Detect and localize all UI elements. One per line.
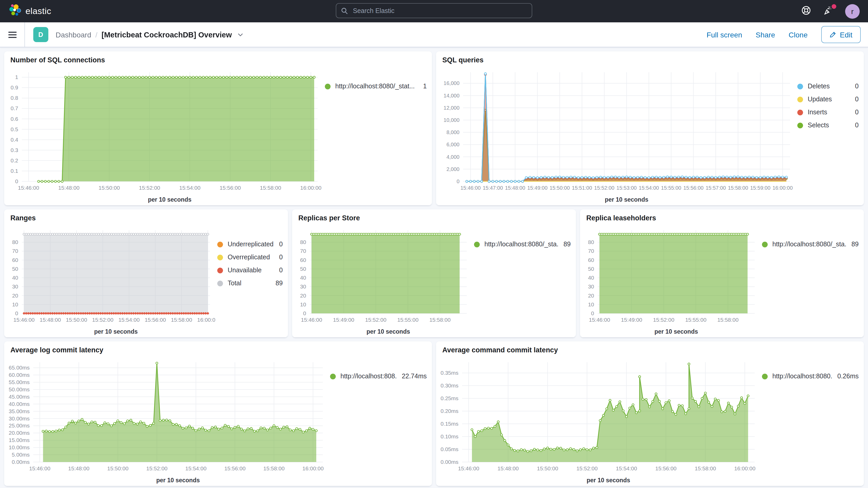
svg-text:55.00ms: 55.00ms xyxy=(8,379,30,385)
svg-text:15:58:00: 15:58:00 xyxy=(728,185,748,191)
svg-text:15:48:00: 15:48:00 xyxy=(505,185,525,191)
nav-bar: D Dashboard / [Metricbeat CockroachDB] O… xyxy=(0,22,868,47)
svg-text:15:48:00: 15:48:00 xyxy=(497,465,519,471)
legend-item[interactable]: Deletes0 xyxy=(797,83,859,90)
legend-item[interactable]: http://localhost:8080/_sta...89 xyxy=(474,241,571,248)
legend-item[interactable]: http://localhost:8080/_stat...1 xyxy=(325,83,427,90)
svg-text:0.2: 0.2 xyxy=(11,157,18,163)
legend-value: 0 xyxy=(850,96,859,103)
svg-text:per 10 seconds: per 10 seconds xyxy=(148,196,191,203)
svg-text:15:55:00: 15:55:00 xyxy=(397,317,418,323)
legend-value: 22.74ms xyxy=(397,373,427,380)
svg-text:15:52:00: 15:52:00 xyxy=(653,317,674,323)
legend-item[interactable]: http://localhost:8080...0.26ms xyxy=(762,373,859,380)
svg-text:0.5: 0.5 xyxy=(11,126,18,132)
legend-item[interactable]: Updates0 xyxy=(797,96,859,103)
timeseries-chart[interactable]: 15:46:0015:48:0015:50:0015:52:0015:54:00… xyxy=(4,65,323,205)
legend-value: 89 xyxy=(558,241,571,248)
chart-legend: http://localhost:8080/_sta...89 xyxy=(472,223,576,337)
dashboard-content: Number of SQL connections 15:46:0015:48:… xyxy=(0,47,868,488)
timeseries-chart[interactable]: 15:46:0015:47:0015:48:0015:49:0015:50:00… xyxy=(436,65,795,205)
panel-replicas-per-store: Replicas per Store 15:46:0015:49:0015:52… xyxy=(292,209,576,337)
legend-item[interactable]: Selects0 xyxy=(797,122,859,129)
legend-item[interactable]: Total89 xyxy=(217,280,283,287)
panel-title: Average command commit latency xyxy=(436,341,864,355)
legend-item[interactable]: http://localhost:8080/_sta...89 xyxy=(762,241,859,248)
svg-text:10: 10 xyxy=(300,301,306,307)
svg-text:15:46:00: 15:46:00 xyxy=(458,465,479,471)
full-screen-button[interactable]: Full screen xyxy=(707,30,742,39)
timeseries-chart[interactable]: 15:46:0015:48:0015:50:0015:52:0015:54:00… xyxy=(436,355,760,486)
svg-text:60: 60 xyxy=(588,257,594,263)
legend-item[interactable]: Overreplicated0 xyxy=(217,254,283,261)
legend-dot-icon xyxy=(325,84,331,89)
clone-button[interactable]: Clone xyxy=(789,30,808,39)
svg-text:15:54:00: 15:54:00 xyxy=(639,185,659,191)
legend-label: http://localhost:8080/_sta... xyxy=(485,241,558,248)
svg-text:per 10 seconds: per 10 seconds xyxy=(156,477,199,484)
timeseries-chart[interactable]: 15:46:0015:49:0015:52:0015:55:0015:58:00… xyxy=(292,223,472,337)
legend-dot-icon xyxy=(217,254,223,260)
legend-dot-icon xyxy=(797,110,803,115)
svg-text:0: 0 xyxy=(15,178,18,184)
svg-text:30.00ms: 30.00ms xyxy=(8,416,30,422)
svg-text:15:53:00: 15:53:00 xyxy=(616,185,637,191)
svg-text:15:55:00: 15:55:00 xyxy=(685,317,707,323)
svg-text:80: 80 xyxy=(300,239,306,245)
panel-replica-leaseholders: Replica leaseholders 15:46:0015:49:0015:… xyxy=(580,209,864,337)
legend-item[interactable]: Underreplicated0 xyxy=(217,241,283,248)
svg-text:15:58:00: 15:58:00 xyxy=(260,185,281,191)
help-button[interactable] xyxy=(800,5,812,17)
svg-text:20: 20 xyxy=(12,293,18,299)
global-search[interactable] xyxy=(336,3,532,18)
svg-text:45.00ms: 45.00ms xyxy=(8,394,30,400)
edit-button[interactable]: Edit xyxy=(821,26,861,43)
breadcrumb-dashboard[interactable]: Dashboard xyxy=(56,30,91,39)
svg-text:0.1: 0.1 xyxy=(11,168,18,174)
legend-value: 1 xyxy=(418,83,427,90)
svg-text:0.00ms: 0.00ms xyxy=(12,459,30,465)
legend-dot-icon xyxy=(797,84,803,89)
svg-text:30: 30 xyxy=(12,283,18,289)
svg-text:15:56:00: 15:56:00 xyxy=(683,185,704,191)
brand-name: elastic xyxy=(26,6,51,17)
svg-text:40: 40 xyxy=(300,275,306,281)
svg-text:0.7: 0.7 xyxy=(11,105,18,111)
svg-text:20: 20 xyxy=(300,293,306,299)
legend-item[interactable]: Inserts0 xyxy=(797,109,859,116)
share-button[interactable]: Share xyxy=(756,30,775,39)
svg-text:0.35ms: 0.35ms xyxy=(440,370,458,376)
user-avatar[interactable]: r xyxy=(845,4,860,19)
svg-text:25.00ms: 25.00ms xyxy=(8,423,30,428)
main-menu-button[interactable] xyxy=(0,22,25,47)
elastic-logo[interactable]: elastic xyxy=(8,4,51,19)
svg-text:0.20ms: 0.20ms xyxy=(440,408,458,414)
svg-text:60: 60 xyxy=(12,257,18,263)
timeseries-chart[interactable]: 15:46:0015:48:0015:50:0015:52:0015:54:00… xyxy=(4,223,215,337)
svg-text:20: 20 xyxy=(588,293,594,299)
legend-value: 0 xyxy=(274,241,283,248)
timeseries-chart[interactable]: 15:46:0015:49:0015:52:0015:55:0015:58:00… xyxy=(580,223,760,337)
legend-value: 89 xyxy=(846,241,859,248)
svg-text:0.4: 0.4 xyxy=(11,137,19,143)
svg-text:50.00ms: 50.00ms xyxy=(8,387,30,392)
svg-text:40: 40 xyxy=(588,275,594,281)
svg-text:50: 50 xyxy=(588,266,594,272)
svg-text:70: 70 xyxy=(300,248,306,254)
svg-text:10,000: 10,000 xyxy=(444,117,460,123)
news-button[interactable] xyxy=(823,5,834,17)
legend-label: http://localhost:8080/_stat... xyxy=(335,83,415,90)
legend-item[interactable]: Unavailable0 xyxy=(217,267,283,274)
timeseries-chart[interactable]: 15:46:0015:48:0015:50:0015:52:0015:54:00… xyxy=(4,355,328,486)
svg-text:60: 60 xyxy=(300,257,306,263)
chevron-down-icon[interactable] xyxy=(237,31,244,38)
help-life-ring-icon xyxy=(801,5,811,18)
legend-label: Selects xyxy=(808,122,829,129)
search-input[interactable] xyxy=(352,6,527,15)
panel-sql-queries: SQL queries 15:46:0015:47:0015:48:0015:4… xyxy=(436,52,864,205)
legend-value: 0 xyxy=(850,83,859,90)
svg-text:65.00ms: 65.00ms xyxy=(8,365,30,370)
legend-item[interactable]: http://localhost:808...22.74ms xyxy=(330,373,427,380)
dashboard-badge[interactable]: D xyxy=(33,27,48,42)
legend-label: Deletes xyxy=(808,83,830,90)
